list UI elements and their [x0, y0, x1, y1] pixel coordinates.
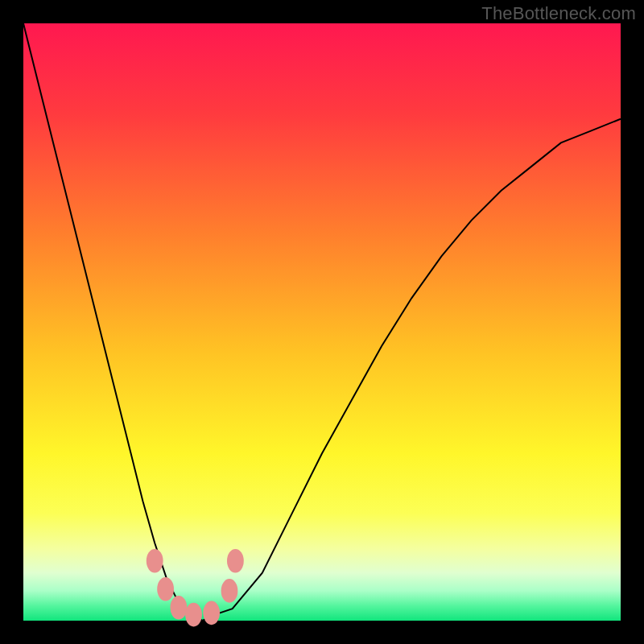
marker-dot: [221, 579, 238, 603]
marker-dot: [171, 596, 188, 620]
plot-area: [23, 23, 621, 621]
watermark-text: TheBottleneck.com: [481, 3, 636, 24]
curve-layer: [23, 23, 621, 621]
chart-frame: TheBottleneck.com: [0, 0, 644, 644]
bottleneck-curve: [23, 23, 621, 621]
marker-dot: [157, 577, 174, 601]
marker-dot: [227, 549, 244, 573]
marker-dot: [147, 549, 163, 573]
marker-group: [147, 549, 244, 626]
marker-dot: [185, 603, 202, 627]
marker-dot: [203, 601, 220, 625]
